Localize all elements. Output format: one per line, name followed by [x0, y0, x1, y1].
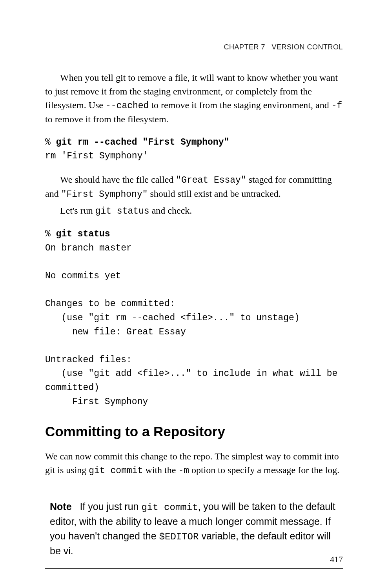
page-number: 417: [330, 554, 343, 564]
paragraph-4: We can now commit this change to the rep…: [45, 450, 343, 477]
code-block-1: % git rm --cached "First Symphony" rm 'F…: [45, 136, 343, 163]
code-block-2: % git status On branch master No commits…: [45, 227, 343, 409]
command: git status: [56, 229, 110, 239]
inline-code: -m: [178, 466, 189, 476]
note-box: Note If you just run git commit, you wil…: [45, 489, 343, 569]
output: On branch master No commits yet Changes …: [45, 243, 337, 407]
inline-code: "Great Essay": [176, 175, 246, 185]
inline-code: -f: [332, 101, 342, 111]
running-header: CHAPTER 7 VERSION CONTROL: [45, 43, 343, 51]
chapter-title: VERSION CONTROL: [271, 43, 343, 51]
paragraph-3: Let's run git status and check.: [45, 204, 343, 218]
inline-code: --cached: [106, 101, 149, 111]
inline-code: $EDITOR: [159, 532, 199, 542]
output: rm 'First Symphony': [45, 151, 148, 161]
section-heading: Committing to a Repository: [45, 424, 343, 439]
note-label: Note: [50, 501, 72, 512]
inline-code: git commit: [141, 502, 198, 513]
paragraph-1: When you tell git to remove a file, it w…: [45, 71, 343, 126]
command: git rm --cached "First Symphony": [56, 137, 230, 147]
inline-code: git status: [95, 206, 149, 216]
chapter-label: CHAPTER 7: [224, 43, 265, 51]
inline-code: git commit: [89, 466, 143, 476]
inline-code: "First Symphony": [61, 189, 148, 200]
paragraph-2: We should have the file called "Great Es…: [45, 173, 343, 201]
